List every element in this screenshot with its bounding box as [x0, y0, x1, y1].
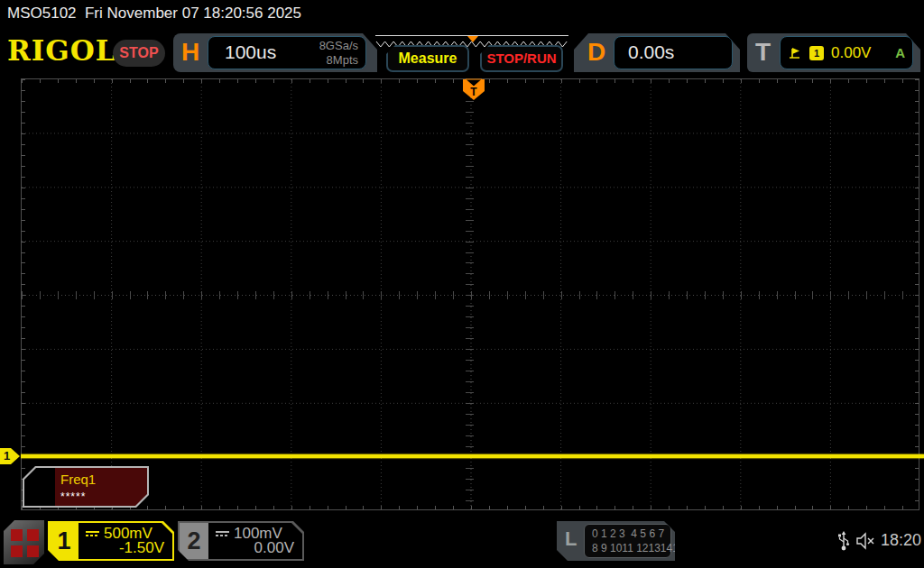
trigger-inner: 1 0.00V A	[780, 36, 913, 69]
measurement-box[interactable]: Freq1 *****	[23, 466, 149, 508]
digital-channels-block[interactable]: L 0 1 2 3 4 5 6 7 8 9 1011 12131415	[557, 521, 675, 561]
speaker-muted-icon[interactable]	[855, 532, 877, 550]
usb-icon	[837, 530, 850, 552]
channel2-offset: 0.00V	[254, 539, 294, 557]
horizontal-inner: 100us 8GSa/s 8Mpts	[208, 36, 366, 69]
channel1-corner-fold	[162, 523, 172, 534]
digital-channel-list: 0 1 2 3 4 5 6 7 8 9 1011 12131415	[584, 524, 671, 558]
stop-run-button[interactable]: STOP/RUN	[480, 45, 563, 72]
channel2-number: 2	[180, 523, 208, 559]
trigger-label: T	[755, 35, 771, 69]
horizontal-label: H	[181, 35, 199, 69]
trigger-marker-letter: T	[470, 86, 477, 98]
delay-inner: 0.00s	[614, 36, 733, 69]
trigger-settings-block[interactable]: T 1 0.00V A	[747, 33, 920, 72]
acquisition-status-badge: STOP	[113, 40, 165, 67]
channel1-offset: -1.50V	[119, 539, 164, 557]
waveform-position-bar[interactable]	[375, 35, 568, 46]
memory-depth: 8Mpts	[319, 53, 358, 68]
channel2-corner-fold	[291, 523, 302, 534]
digital-row-8-15: 8 9 1011 12131415	[592, 541, 670, 555]
measurement-value: *****	[60, 490, 86, 503]
rising-edge-icon	[788, 47, 802, 60]
menu-grid-icon	[11, 529, 39, 557]
dc-coupling-icon	[86, 531, 99, 536]
wave-bar-trigger-position-icon[interactable]	[467, 36, 478, 42]
trigger-sweep-mode: A	[895, 45, 905, 60]
trigger-position-marker[interactable]: T	[457, 77, 489, 102]
channel1-ground-marker[interactable]: 1	[0, 448, 20, 464]
timebase-value: 100us	[225, 41, 276, 63]
trigger-level-value: 0.00V	[831, 44, 871, 62]
horizontal-settings-block[interactable]: H 100us 8GSa/s 8Mpts	[173, 33, 377, 72]
dc-coupling-icon	[216, 531, 229, 536]
delay-label: D	[587, 35, 605, 69]
model-and-datetime: MSO5102 Fri November 07 18:20:56 2025	[7, 5, 301, 23]
rigol-logo: RIGOL	[7, 34, 116, 67]
trigger-source-badge: 1	[809, 46, 824, 60]
digital-label: L	[565, 527, 577, 551]
digital-row-0-7: 0 1 2 3 4 5 6 7	[592, 527, 670, 541]
delay-settings-block[interactable]: D 0.00s	[574, 33, 740, 72]
channel1-status-block[interactable]: 1 500mV -1.50V	[48, 521, 174, 561]
sample-info: 8GSa/s 8Mpts	[319, 39, 358, 68]
oscilloscope-screen: MSO5102 Fri November 07 18:20:56 2025 RI…	[0, 0, 924, 568]
channel1-number: 1	[50, 523, 79, 559]
channel2-status-block[interactable]: 2 100mV 0.00V	[178, 521, 304, 561]
channel1-trace[interactable]	[21, 454, 924, 458]
clock: 18:20	[881, 531, 921, 550]
measure-button[interactable]: Measure	[386, 45, 469, 72]
measurement-name: Freq1	[60, 472, 96, 487]
measurement-box-inner: Freq1 *****	[24, 468, 147, 506]
graticule[interactable]	[21, 78, 919, 510]
delay-value: 0.00s	[628, 41, 674, 63]
menu-button[interactable]	[4, 520, 44, 564]
sample-rate: 8GSa/s	[319, 39, 358, 53]
grid-ticks-center-horizontal	[22, 291, 919, 299]
